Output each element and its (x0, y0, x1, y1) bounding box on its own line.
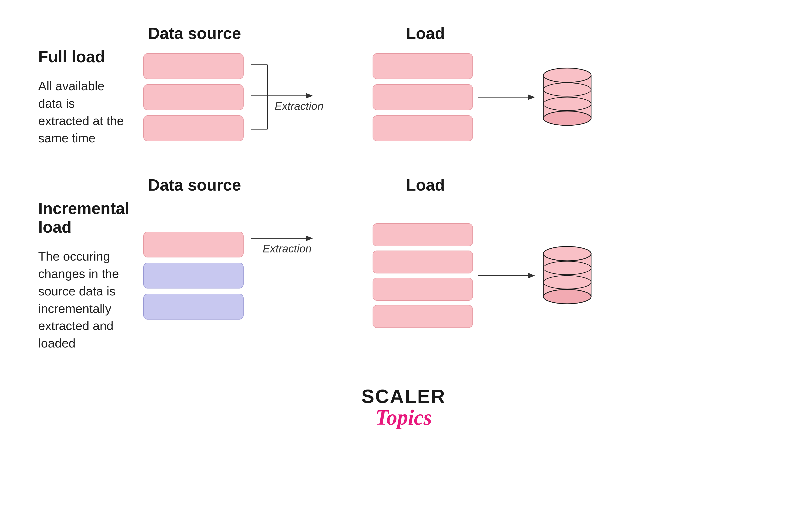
incr-source-rect-2 (143, 263, 244, 288)
full-load-description: All available data is extracted at the s… (38, 77, 124, 147)
full-load-connector-svg (248, 52, 373, 143)
incr-load-description: The occuring changes in the source data … (38, 248, 124, 352)
top-headers-row: Data source Load (38, 24, 769, 43)
svg-marker-17 (528, 273, 535, 278)
full-source-rect-2 (143, 84, 244, 110)
svg-point-19 (543, 246, 591, 261)
incr-load-db-svg (540, 242, 595, 309)
full-load-db-svg (540, 63, 595, 130)
incr-extracted-rect-3 (373, 278, 473, 301)
incr-load-connector-svg (248, 226, 373, 326)
topics-brand-text: Topics (375, 405, 432, 430)
load-header-incr: Load (406, 175, 445, 194)
incr-load-extracted-stack (373, 223, 478, 328)
full-extracted-rect-1 (373, 53, 473, 79)
full-load-label-col: Full load All available data is extracte… (38, 47, 143, 147)
full-extracted-rect-3 (373, 115, 473, 141)
svg-marker-5 (306, 93, 313, 99)
full-load-section: Full load All available data is extracte… (38, 47, 769, 147)
incr-load-arrow (478, 226, 540, 326)
svg-point-10 (543, 111, 591, 125)
incr-extracted-rect-4 (373, 305, 473, 328)
incr-source-rect-1 (143, 232, 244, 257)
full-load-database (540, 63, 595, 131)
svg-marker-7 (528, 94, 535, 100)
datasource-header-top: Data source (148, 24, 272, 43)
incr-load-title: Incremental load (38, 199, 143, 236)
full-extraction-label: Extraction (275, 100, 323, 113)
branding: SCALER Topics (38, 385, 769, 430)
incr-load-connector: Extraction (248, 226, 373, 326)
incr-load-source-stack (143, 232, 248, 319)
svg-marker-15 (306, 235, 313, 241)
full-source-rect-3 (143, 115, 244, 141)
incremental-load-section: Incremental load The occuring changes in… (38, 199, 769, 352)
scaler-brand-text: SCALER (362, 385, 446, 408)
full-load-extracted-stack (373, 53, 478, 141)
incr-source-rect-3 (143, 294, 244, 319)
full-load-arrow (478, 52, 540, 143)
incr-load-arrow-svg (478, 269, 540, 283)
incr-extracted-rect-1 (373, 223, 473, 246)
full-load-source-stack (143, 53, 248, 141)
incr-extracted-rect-2 (373, 251, 473, 273)
full-extracted-rect-2 (373, 84, 473, 110)
datasource-header-incr: Data source (148, 175, 272, 194)
full-load-connector: Extraction (248, 52, 373, 143)
full-load-arrow-svg (478, 90, 540, 104)
incr-load-label-col: Incremental load The occuring changes in… (38, 199, 143, 352)
incr-load-database (540, 242, 595, 310)
incr-headers-row: Data source Load (38, 175, 769, 194)
main-layout: Data source Load Full load All available… (0, 0, 812, 529)
svg-point-9 (543, 68, 591, 82)
svg-point-20 (543, 289, 591, 304)
load-header-top: Load (406, 24, 445, 43)
full-load-title: Full load (38, 47, 143, 66)
incr-extraction-label: Extraction (263, 242, 311, 255)
full-source-rect-1 (143, 53, 244, 79)
